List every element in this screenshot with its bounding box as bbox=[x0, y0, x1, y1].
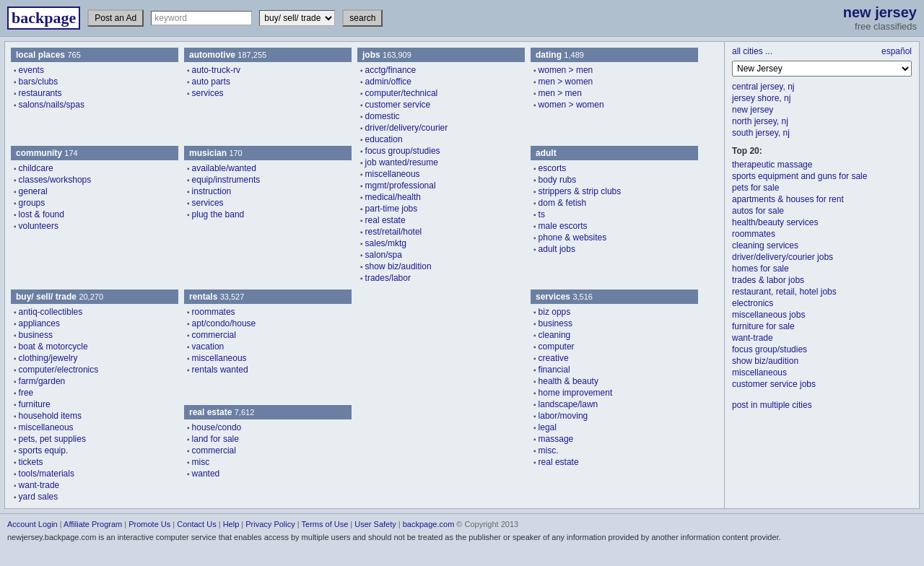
list-item-link[interactable]: ts bbox=[539, 209, 545, 219]
list-item-link[interactable]: computer/electronics bbox=[19, 365, 99, 375]
footer-link[interactable]: Contact Us bbox=[177, 520, 216, 528]
list-item-link[interactable]: services bbox=[192, 198, 224, 208]
city-link[interactable]: north jersey, nj bbox=[732, 116, 912, 127]
list-item-link[interactable]: landscape/lawn bbox=[539, 399, 598, 409]
city-link[interactable]: central jersey, nj bbox=[732, 81, 912, 92]
top20-link[interactable]: show biz/audition bbox=[732, 355, 912, 367]
list-item-link[interactable]: groups bbox=[19, 198, 45, 208]
list-item-link[interactable]: customer service bbox=[365, 100, 431, 110]
list-item-link[interactable]: wanted bbox=[192, 469, 220, 479]
list-item-link[interactable]: household items bbox=[19, 411, 82, 421]
list-item-link[interactable]: adult jobs bbox=[539, 244, 575, 254]
list-item-link[interactable]: home improvement bbox=[539, 388, 613, 398]
footer-link[interactable]: Help bbox=[223, 520, 240, 528]
top20-link[interactable]: sports equipment and guns for sale bbox=[732, 170, 912, 182]
top20-link[interactable]: electronics bbox=[732, 297, 912, 309]
list-item-link[interactable]: business bbox=[19, 330, 53, 340]
keyword-input[interactable] bbox=[151, 11, 252, 25]
list-item-link[interactable]: equip/instruments bbox=[192, 175, 261, 185]
list-item-link[interactable]: auto parts bbox=[192, 77, 230, 87]
top20-link[interactable]: autos for sale bbox=[732, 205, 912, 217]
state-select[interactable]: New Jersey bbox=[732, 61, 912, 77]
list-item-link[interactable]: domestic bbox=[365, 111, 400, 121]
list-item-link[interactable]: admin/office bbox=[365, 77, 411, 87]
list-item-link[interactable]: financial bbox=[539, 365, 570, 375]
list-item-link[interactable]: farm/garden bbox=[19, 376, 66, 386]
footer-link[interactable]: backpage.com bbox=[403, 520, 455, 528]
list-item-link[interactable]: women > women bbox=[539, 100, 604, 110]
top20-link[interactable]: health/beauty services bbox=[732, 217, 912, 228]
list-item-link[interactable]: cleaning bbox=[539, 330, 571, 340]
list-item-link[interactable]: commercial bbox=[192, 445, 236, 456]
espanol-link[interactable]: español bbox=[881, 46, 912, 56]
logo[interactable]: backpage bbox=[7, 6, 80, 30]
list-item-link[interactable]: male escorts bbox=[539, 221, 588, 231]
list-item-link[interactable]: legal bbox=[539, 422, 557, 432]
top20-link[interactable]: cleaning services bbox=[732, 240, 912, 251]
list-item-link[interactable]: education bbox=[365, 134, 403, 144]
list-item-link[interactable]: business bbox=[539, 318, 572, 328]
list-item-link[interactable]: events bbox=[19, 65, 44, 75]
list-item-link[interactable]: services bbox=[192, 88, 224, 98]
list-item-link[interactable]: miscellaneous bbox=[192, 353, 247, 363]
list-item-link[interactable]: sports equip. bbox=[19, 445, 69, 456]
top20-link[interactable]: trades & labor jobs bbox=[732, 274, 912, 286]
city-link[interactable]: south jersey, nj bbox=[732, 127, 912, 139]
top20-link[interactable]: furniture for sale bbox=[732, 321, 912, 332]
list-item-link[interactable]: focus group/studies bbox=[365, 146, 440, 156]
list-item-link[interactable]: auto-truck-rv bbox=[192, 65, 240, 75]
top20-link[interactable]: want-trade bbox=[732, 332, 912, 344]
list-item-link[interactable]: dom & fetish bbox=[539, 198, 587, 208]
list-item-link[interactable]: labor/moving bbox=[539, 411, 588, 421]
list-item-link[interactable]: phone & websites bbox=[539, 232, 607, 243]
list-item-link[interactable]: show biz/audition bbox=[365, 261, 432, 271]
top20-link[interactable]: customer service jobs bbox=[732, 378, 912, 390]
footer-link[interactable]: Affiliate Program bbox=[64, 520, 122, 528]
list-item-link[interactable]: mgmt/professional bbox=[365, 180, 436, 191]
list-item-link[interactable]: clothing/jewelry bbox=[19, 353, 78, 363]
list-item-link[interactable]: instruction bbox=[192, 186, 232, 196]
top20-link[interactable]: pets for sale bbox=[732, 182, 912, 193]
list-item-link[interactable]: body rubs bbox=[539, 175, 577, 185]
list-item-link[interactable]: rest/retail/hotel bbox=[365, 227, 422, 237]
list-item-link[interactable]: real estate bbox=[365, 215, 406, 225]
list-item-link[interactable]: misc bbox=[192, 457, 210, 467]
list-item-link[interactable]: computer bbox=[539, 341, 575, 352]
list-item-link[interactable]: biz opps bbox=[539, 307, 571, 317]
footer-link[interactable]: Promote Us bbox=[128, 520, 170, 528]
list-item-link[interactable]: restaurants bbox=[19, 88, 62, 98]
list-item-link[interactable]: boat & motorcycle bbox=[19, 341, 88, 352]
search-button[interactable]: search bbox=[342, 9, 383, 27]
list-item-link[interactable]: health & beauty bbox=[539, 376, 598, 386]
list-item-link[interactable]: appliances bbox=[19, 318, 60, 328]
top20-link[interactable]: driver/delivery/courier jobs bbox=[732, 251, 912, 263]
list-item-link[interactable]: childcare bbox=[19, 163, 53, 173]
top20-link[interactable]: roommates bbox=[732, 228, 912, 240]
list-item-link[interactable]: general bbox=[19, 186, 48, 196]
post-ad-button[interactable]: Post an Ad bbox=[87, 9, 144, 27]
list-item-link[interactable]: plug the band bbox=[192, 209, 245, 219]
post-multiple-link[interactable]: post in multiple cities bbox=[732, 400, 812, 410]
list-item-link[interactable]: part-time jobs bbox=[365, 204, 418, 214]
list-item-link[interactable]: free bbox=[19, 388, 34, 398]
top20-link[interactable]: therapeutic massage bbox=[732, 159, 912, 170]
top20-link[interactable]: homes for sale bbox=[732, 263, 912, 274]
list-item-link[interactable]: yard sales bbox=[19, 492, 58, 502]
category-select[interactable]: buy/ sell/ trade all categories automoti… bbox=[259, 10, 335, 26]
list-item-link[interactable]: rentals wanted bbox=[192, 365, 248, 375]
list-item-link[interactable]: massage bbox=[539, 434, 574, 444]
list-item-link[interactable]: bars/clubs bbox=[19, 77, 58, 87]
list-item-link[interactable]: classes/workshops bbox=[19, 175, 92, 185]
list-item-link[interactable]: salon/spa bbox=[365, 250, 402, 260]
list-item-link[interactable]: trades/labor bbox=[365, 273, 411, 283]
list-item-link[interactable]: miscellaneous bbox=[19, 422, 74, 432]
list-item-link[interactable]: misc. bbox=[539, 445, 559, 456]
footer-link[interactable]: User Safety bbox=[354, 520, 396, 528]
list-item-link[interactable]: volunteers bbox=[19, 221, 58, 231]
list-item-link[interactable]: want-trade bbox=[19, 480, 60, 490]
footer-link[interactable]: Terms of Use bbox=[302, 520, 349, 528]
list-item-link[interactable]: sales/mktg bbox=[365, 238, 406, 248]
list-item-link[interactable]: land for sale bbox=[192, 434, 239, 444]
top20-link[interactable]: focus group/studies bbox=[732, 344, 912, 355]
list-item-link[interactable]: tools/materials bbox=[19, 469, 74, 479]
